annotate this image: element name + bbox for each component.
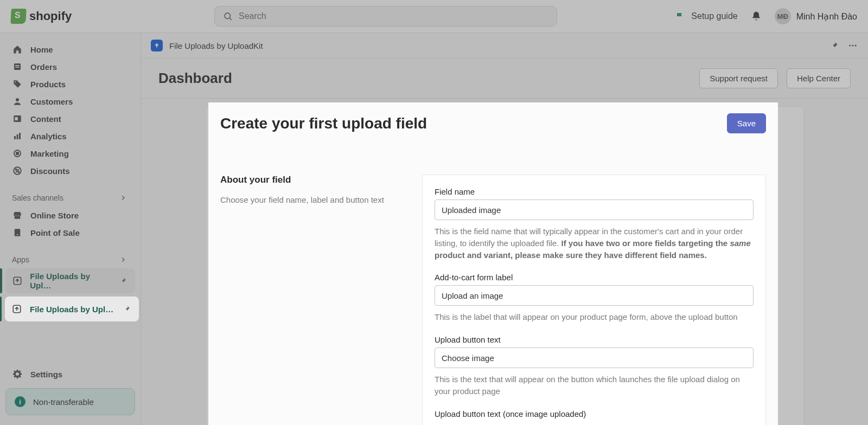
sidebar-item-label: Products <box>30 80 66 89</box>
analytics-icon <box>12 131 23 141</box>
svg-point-5 <box>15 81 16 82</box>
sidebar-item-label: Settings <box>30 370 62 379</box>
brand-logo[interactable]: shopify <box>11 9 141 24</box>
help-center-button[interactable]: Help Center <box>787 68 851 88</box>
gear-icon <box>12 369 23 379</box>
non-transferable-banner[interactable]: i Non-transferable <box>5 388 135 415</box>
apps-header[interactable]: Apps <box>5 251 135 268</box>
user-menu[interactable]: MĐ Minh Hạnh Đào <box>775 8 857 24</box>
pos-icon <box>12 227 23 238</box>
app-header-actions <box>829 40 858 51</box>
sidebar-item-label: Orders <box>30 62 57 72</box>
pin-icon[interactable] <box>118 275 129 286</box>
sales-channels-section: Sales channels Online Store Point of Sal… <box>5 189 135 241</box>
brand-name: shopify <box>29 9 72 23</box>
sales-channels-header[interactable]: Sales channels <box>5 189 135 207</box>
svg-rect-8 <box>15 117 18 120</box>
setup-guide-link[interactable]: Setup guide <box>675 11 737 22</box>
page-actions: Support request Help Center <box>699 68 851 88</box>
sidebar-item-label: Discounts <box>30 166 70 176</box>
sidebar-item-analytics[interactable]: Analytics <box>5 127 135 145</box>
svg-point-6 <box>16 98 19 101</box>
app-title: File Uploads by UploadKit <box>169 41 263 50</box>
topbar: shopify Search Setup guide MĐ Minh Hạnh … <box>0 0 868 33</box>
content-area <box>141 99 868 425</box>
sales-channels-label: Sales channels <box>12 194 63 202</box>
non-transferable-label: Non-transferable <box>33 397 94 407</box>
avatar-initials: MĐ <box>777 12 788 21</box>
page-bar: Dashboard Support request Help Center <box>141 59 868 99</box>
apps-section: Apps File Uploads by Upl… <box>5 251 135 293</box>
sidebar-item-orders[interactable]: Orders <box>5 58 135 75</box>
svg-rect-4 <box>15 67 20 68</box>
avatar: MĐ <box>775 8 791 24</box>
sidebar-item-label: Home <box>30 45 53 54</box>
shopify-bag-icon <box>10 9 26 24</box>
orders-icon <box>12 61 23 72</box>
search-placeholder: Search <box>239 11 266 21</box>
tag-icon <box>12 79 23 89</box>
search-wrap: Search <box>214 6 557 27</box>
search-input[interactable]: Search <box>214 6 557 27</box>
content-icon <box>12 113 23 124</box>
sidebar-item-marketing[interactable]: Marketing <box>5 145 135 162</box>
sidebar-item-home[interactable]: Home <box>5 41 135 58</box>
info-icon: i <box>15 396 25 407</box>
chevron-right-icon <box>118 192 129 203</box>
svg-rect-10 <box>17 134 18 139</box>
sidebar-item-label: File Uploads by Upl… <box>30 272 110 290</box>
flag-icon <box>675 11 686 22</box>
sidebar-item-label: Content <box>30 114 61 124</box>
sidebar-item-label: Point of Sale <box>30 228 80 237</box>
sidebar-item-label: Marketing <box>30 149 69 158</box>
svg-rect-11 <box>19 133 21 139</box>
bell-icon[interactable] <box>751 11 762 22</box>
svg-point-23 <box>855 45 857 47</box>
svg-rect-9 <box>14 136 16 139</box>
pin-icon[interactable] <box>829 40 840 51</box>
sidebar-item-content[interactable]: Content <box>5 110 135 127</box>
upload-app-icon <box>12 275 22 286</box>
user-icon <box>12 96 23 107</box>
sidebar-item-file-uploads[interactable]: File Uploads by Upl… <box>5 268 135 293</box>
home-icon <box>12 44 23 55</box>
sidebar-item-online-store[interactable]: Online Store <box>5 207 135 224</box>
sidebar-item-customers[interactable]: Customers <box>5 93 135 110</box>
apps-label: Apps <box>12 255 29 264</box>
target-icon <box>12 148 23 159</box>
store-icon <box>12 210 23 221</box>
sidebar-item-pos[interactable]: Point of Sale <box>5 224 135 241</box>
search-icon <box>222 11 233 22</box>
sidebar: Home Orders Products Customers Content A… <box>0 33 141 425</box>
svg-point-13 <box>16 152 19 155</box>
svg-point-0 <box>225 13 231 19</box>
main: File Uploads by UploadKit Dashboard Supp… <box>141 33 868 425</box>
app-header: File Uploads by UploadKit <box>141 33 868 59</box>
svg-rect-3 <box>15 65 20 66</box>
more-icon[interactable] <box>847 40 858 51</box>
card <box>205 106 804 425</box>
layout: Home Orders Products Customers Content A… <box>0 33 868 425</box>
sidebar-item-discounts[interactable]: Discounts <box>5 162 135 179</box>
svg-point-22 <box>852 45 854 47</box>
percent-icon <box>12 165 23 176</box>
support-request-button[interactable]: Support request <box>699 68 778 88</box>
user-name: Minh Hạnh Đào <box>796 11 857 22</box>
svg-point-21 <box>849 45 851 47</box>
sidebar-item-settings[interactable]: Settings <box>5 365 135 383</box>
sidebar-item-label: Analytics <box>30 132 67 141</box>
setup-guide-label: Setup guide <box>691 11 737 21</box>
page-title: Dashboard <box>158 70 232 87</box>
sidebar-item-products[interactable]: Products <box>5 75 135 93</box>
topbar-right: Setup guide MĐ Minh Hạnh Đào <box>675 8 857 24</box>
upload-app-icon <box>151 40 163 51</box>
sidebar-item-label: Online Store <box>30 211 79 220</box>
svg-point-19 <box>17 234 18 235</box>
sidebar-item-label: Customers <box>30 97 73 106</box>
svg-line-1 <box>229 18 231 20</box>
chevron-right-icon <box>118 254 129 265</box>
svg-point-17 <box>18 171 19 172</box>
svg-point-16 <box>16 169 17 170</box>
